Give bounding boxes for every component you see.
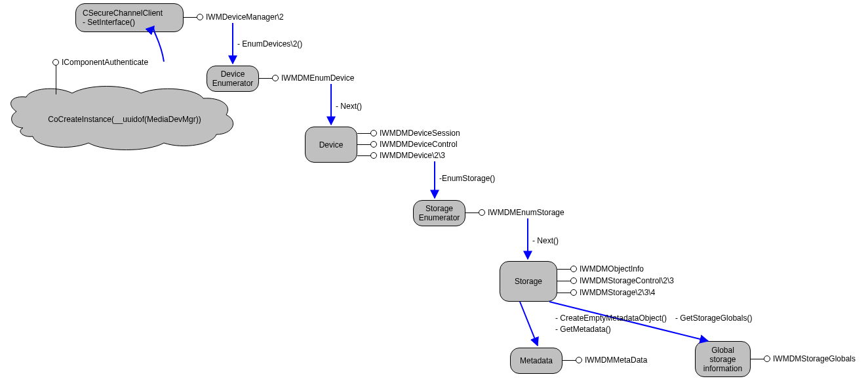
- secure-channel-line2: - SetInterface(): [83, 18, 135, 27]
- lollipop-icon: [764, 355, 770, 362]
- lollipop-icon: [272, 75, 279, 81]
- edge-enumdevices: - EnumDevices\2(): [237, 39, 302, 49]
- iface-device23: IWMDMDevice\2\3: [380, 151, 445, 160]
- edge-createmeta: - CreateEmptyMetadataObject(): [555, 314, 667, 323]
- connector: [56, 66, 56, 94]
- connector: [184, 17, 197, 18]
- secure-channel-client-node: CSecureChannelClient - SetInterface(): [75, 3, 184, 32]
- global-storage-node: Global storage information: [695, 341, 751, 377]
- global-line3: information: [703, 364, 742, 373]
- storage-label: Storage: [515, 277, 542, 286]
- lollipop-icon: [52, 59, 59, 66]
- storage-node: Storage: [500, 261, 557, 302]
- storage-enumerator-node: Storage Enumerator: [413, 200, 465, 226]
- lollipop-icon: [370, 141, 377, 148]
- connector: [562, 360, 576, 361]
- iface-storage234: IWMDMStorage\2\3\4: [580, 288, 655, 297]
- edge-enumstorage: -EnumStorage(): [439, 174, 495, 183]
- lollipop-icon: [197, 14, 203, 20]
- secure-channel-line1: CSecureChannelClient: [83, 9, 163, 18]
- metadata-label: Metadata: [520, 356, 553, 365]
- lollipop-icon: [370, 152, 377, 159]
- iface-devcontrol: IWMDMDeviceControl: [380, 140, 458, 149]
- iface-enumdevice: IWMDMEnumDevice: [281, 73, 354, 83]
- device-node: Device: [305, 127, 357, 163]
- iface-compauth: IComponentAuthenticate: [62, 58, 148, 67]
- iface-devsession: IWMDMDeviceSession: [380, 129, 460, 138]
- global-line1: Global: [711, 346, 734, 355]
- iface-devmgr: IWMDeviceManager\2: [206, 12, 284, 22]
- connector: [357, 155, 370, 156]
- edge-getmeta: - GetMetadata(): [555, 325, 611, 334]
- metadata-node: Metadata: [510, 348, 562, 374]
- connector: [357, 144, 370, 145]
- lollipop-icon: [576, 357, 582, 363]
- lollipop-icon: [570, 266, 577, 272]
- connector: [357, 133, 370, 134]
- connector: [557, 293, 570, 293]
- device-label: Device: [319, 140, 344, 150]
- cloud-label: CoCreateInstance(__uuidof(MediaDevMgr)): [26, 115, 223, 124]
- device-enum-line2: Enumerator: [212, 79, 254, 88]
- lollipop-icon: [479, 209, 485, 216]
- edge-next1: - Next(): [336, 102, 362, 111]
- connector: [557, 269, 570, 270]
- storage-enum-line2: Enumerator: [419, 213, 460, 222]
- iface-metadata: IWMDMMetaData: [585, 355, 647, 365]
- global-line2: storage: [709, 355, 736, 364]
- connector: [557, 281, 570, 281]
- connector: [751, 359, 764, 359]
- device-enumerator-node: Device Enumerator: [207, 66, 259, 92]
- edge-next2: - Next(): [532, 236, 559, 245]
- connector: [465, 213, 479, 213]
- lollipop-icon: [570, 277, 577, 284]
- iface-storageglobals: IWMDMStorageGlobals: [773, 354, 856, 363]
- iface-storagecontrol: IWMDMStorageControl\2\3: [580, 276, 674, 285]
- lollipop-icon: [570, 289, 577, 296]
- edge-getglobals: - GetStorageGlobals(): [675, 314, 752, 323]
- connector: [259, 78, 272, 79]
- device-enum-line1: Device: [221, 70, 245, 79]
- iface-objinfo: IWMDMObjectInfo: [580, 264, 644, 274]
- iface-enumstorage: IWMDMEnumStorage: [488, 208, 564, 217]
- storage-enum-line1: Storage: [425, 204, 453, 213]
- lollipop-icon: [370, 130, 377, 136]
